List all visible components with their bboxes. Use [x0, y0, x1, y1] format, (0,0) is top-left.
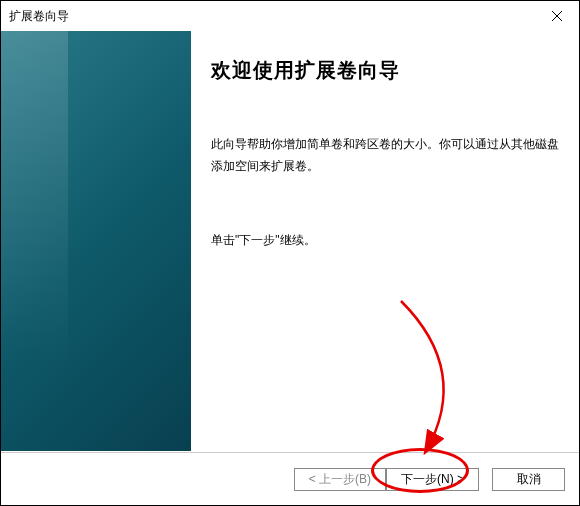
main-panel: 欢迎使用扩展卷向导 此向导帮助你增加简单卷和跨区卷的大小。你可以通过从其他磁盘添…	[191, 31, 579, 451]
wizard-window: 扩展卷向导 欢迎使用扩展卷向导 此向导帮助你增加简单卷和跨区卷的大小。你可以通过…	[0, 0, 580, 506]
close-button[interactable]	[534, 1, 579, 31]
close-icon	[552, 11, 562, 21]
wizard-sidebar-image	[1, 31, 191, 451]
cancel-button[interactable]: 取消	[492, 468, 565, 491]
wizard-heading: 欢迎使用扩展卷向导	[211, 57, 559, 84]
titlebar-title: 扩展卷向导	[9, 8, 69, 25]
wizard-description: 此向导帮助你增加简单卷和跨区卷的大小。你可以通过从其他磁盘添加空间来扩展卷。	[211, 134, 559, 177]
wizard-instruction: 单击"下一步"继续。	[211, 232, 559, 249]
footer-bar: < 上一步(B) 下一步(N) > 取消	[1, 452, 579, 505]
nav-button-group: < 上一步(B) 下一步(N) >	[294, 468, 479, 491]
next-button[interactable]: 下一步(N) >	[386, 468, 479, 491]
titlebar: 扩展卷向导	[1, 1, 579, 31]
content-area: 欢迎使用扩展卷向导 此向导帮助你增加简单卷和跨区卷的大小。你可以通过从其他磁盘添…	[1, 31, 579, 451]
back-button[interactable]: < 上一步(B)	[294, 468, 386, 491]
